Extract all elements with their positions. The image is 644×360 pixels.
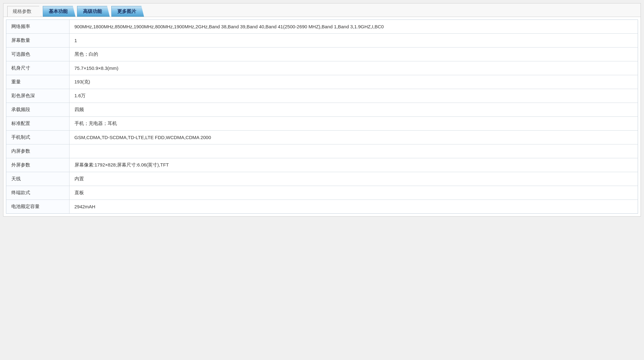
spec-label: 外屏参数 <box>6 158 69 172</box>
spec-label: 屏幕数量 <box>6 34 69 48</box>
tab-basic[interactable]: 基本功能 <box>43 6 75 17</box>
spec-value: 900MHz,1800MHz,850MHz,1900MHz,800MHz,190… <box>69 20 638 34</box>
spec-label: 重量 <box>6 75 69 89</box>
table-row: 机身尺寸75.7×150.9×8.3(mm) <box>6 61 638 75</box>
spec-value: 193(克) <box>69 75 638 89</box>
table-row: 承载频段四频 <box>6 103 638 117</box>
table-row: 标准配置手机；充电器；耳机 <box>6 117 638 131</box>
spec-label: 内屏参数 <box>6 144 69 158</box>
tab-spec[interactable]: 规格参数 <box>7 6 41 17</box>
tab-spec-label: 规格参数 <box>13 8 31 14</box>
spec-value: 直板 <box>69 186 638 200</box>
table-row: 手机制式GSM,CDMA,TD-SCDMA,TD-LTE,LTE FDD,WCD… <box>6 131 638 144</box>
spec-label: 标准配置 <box>6 117 69 131</box>
tab-photos-label: 更多图片 <box>117 8 136 14</box>
specs-container: 网络频率900MHz,1800MHz,850MHz,1900MHz,800MHz… <box>6 20 638 214</box>
table-row: 外屏参数屏幕像素:1792×828;屏幕尺寸:6.06(英寸),TFT <box>6 158 638 172</box>
table-row: 网络频率900MHz,1800MHz,850MHz,1900MHz,800MHz… <box>6 20 638 34</box>
spec-label: 手机制式 <box>6 131 69 144</box>
table-row: 天线内置 <box>6 172 638 186</box>
tab-basic-label: 基本功能 <box>49 8 68 14</box>
table-row: 屏幕数量1 <box>6 34 638 48</box>
spec-value <box>69 144 638 158</box>
tabs-container: 规格参数 基本功能 高级功能 更多图片 <box>3 3 641 17</box>
spec-value: 1 <box>69 34 638 48</box>
tab-advanced[interactable]: 高级功能 <box>77 6 110 17</box>
spec-value: 1.6万 <box>69 89 638 103</box>
spec-label: 机身尺寸 <box>6 61 69 75</box>
spec-label: 天线 <box>6 172 69 186</box>
spec-value: 黑色；白的 <box>69 48 638 61</box>
spec-value: 内置 <box>69 172 638 186</box>
spec-label: 电池额定容量 <box>6 200 69 214</box>
spec-label: 网络频率 <box>6 20 69 34</box>
spec-label: 终端款式 <box>6 186 69 200</box>
table-row: 电池额定容量2942mAH <box>6 200 638 214</box>
table-row: 可选颜色黑色；白的 <box>6 48 638 61</box>
table-row: 内屏参数 <box>6 144 638 158</box>
table-row: 终端款式直板 <box>6 186 638 200</box>
page-wrapper: 规格参数 基本功能 高级功能 更多图片 网络频率900MHz,1800MHz,8… <box>3 3 641 217</box>
spec-value: GSM,CDMA,TD-SCDMA,TD-LTE,LTE FDD,WCDMA,C… <box>69 131 638 144</box>
tab-advanced-label: 高级功能 <box>83 8 102 14</box>
table-row: 重量193(克) <box>6 75 638 89</box>
specs-table: 网络频率900MHz,1800MHz,850MHz,1900MHz,800MHz… <box>6 20 638 213</box>
spec-label: 可选颜色 <box>6 48 69 61</box>
spec-value: 2942mAH <box>69 200 638 214</box>
spec-value: 四频 <box>69 103 638 117</box>
tab-photos[interactable]: 更多图片 <box>111 6 144 17</box>
spec-label: 承载频段 <box>6 103 69 117</box>
spec-label: 彩色屏色深 <box>6 89 69 103</box>
spec-value: 手机；充电器；耳机 <box>69 117 638 131</box>
table-row: 彩色屏色深1.6万 <box>6 89 638 103</box>
spec-value: 75.7×150.9×8.3(mm) <box>69 61 638 75</box>
spec-value: 屏幕像素:1792×828;屏幕尺寸:6.06(英寸),TFT <box>69 158 638 172</box>
